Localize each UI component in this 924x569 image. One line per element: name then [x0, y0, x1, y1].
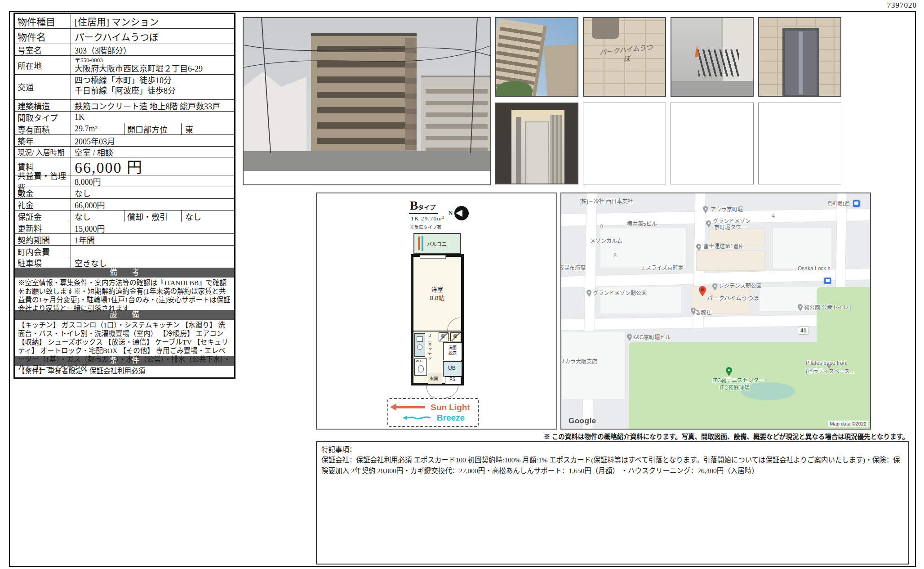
table-row: 保証金 なし 償却・敷引 なし	[15, 210, 234, 222]
row-value: なし	[71, 187, 234, 198]
route-badge-41: 41	[798, 327, 809, 335]
map-label: レジデンス靭公園	[719, 282, 762, 289]
row-label-2: 償却・敷引	[124, 211, 182, 222]
washroom-label-line2: 脱衣	[444, 350, 462, 356]
conditions-text: 【条件】 単身者限定・保証会社利用必須	[15, 366, 234, 377]
row-value: 29.7m²	[71, 123, 124, 134]
map-label-park-poi: ITC靭テニスセンター・	[712, 376, 769, 384]
map-pin-icon	[586, 290, 591, 295]
sunlight-label: Sun Light	[431, 403, 470, 412]
disclaimer-note: ※ この資料は物件の概略紹介資料になります。写真、間取図面、設備、概要などが現況…	[494, 431, 909, 441]
table-row: 敷金なし	[15, 187, 234, 198]
photo-placeholder-empty	[583, 103, 666, 184]
row-value: 2005年03月	[71, 135, 234, 146]
floor-plan-panel: Bタイプ 1K 29.70m² ※反転タイプ有 N バルコニー 洋室 8.8帖 …	[316, 193, 557, 430]
map-pin-icon	[627, 334, 632, 339]
table-row: 間取タイプ1K	[15, 111, 234, 123]
table-row: 町内会費	[15, 245, 234, 257]
map-label: 阪昆布海藻	[560, 264, 586, 271]
floorplan-spec: 1K 29.70m²	[409, 214, 481, 222]
map-data-attribution: Map data ©2022	[828, 421, 869, 427]
row-label: 現況/ 入居時期	[15, 147, 71, 157]
photo-power-lines	[244, 18, 491, 153]
row-label: 専有面積	[15, 123, 71, 134]
photo-elevator	[495, 103, 578, 184]
table-row: 建築構造鉄筋コンクリート造 地上8階 総戸数33戸	[15, 99, 234, 111]
row-value: 1K	[71, 112, 234, 123]
row-label: 物件名	[15, 29, 71, 44]
sunlight-arrow-icon	[396, 406, 425, 408]
row-value: 〒550-0003 大阪府大阪市西区京町堀２丁目6-29	[71, 56, 234, 74]
map-label: 靭公園 公衆トイレ1	[804, 303, 852, 311]
map-label: Pilates base Irori.	[806, 360, 848, 366]
map-pin-icon	[712, 283, 717, 288]
row-value: [住居用] マンション	[71, 14, 234, 28]
row-value: 空きなし	[71, 257, 234, 268]
floorplan-balcony: バルコニー	[413, 233, 461, 254]
document-number: 7397020	[887, 1, 917, 10]
table-row: 契約期間1年間	[15, 233, 234, 245]
door-swing-arc	[426, 385, 440, 399]
row-label: 号室名	[15, 44, 71, 55]
photo-placeholder-empty	[758, 103, 841, 184]
room-label-line1: 洋室	[413, 285, 461, 294]
floorplan-flip-note: ※反転タイプ有	[409, 222, 481, 230]
table-row: 専有面積 29.7m² 開口部方位 東	[15, 123, 234, 134]
map-label: アウラ京町堀	[711, 205, 743, 213]
map-label: K&G京町堀ビル	[632, 333, 671, 341]
table-row: 物件種目[住居用] マンション	[15, 14, 234, 28]
row-value: 303（3階部分）	[71, 44, 234, 55]
row-value: 鉄筋コンクリート造 地上8階 総戸数33戸	[71, 100, 234, 111]
table-row: 交通 四つ橋線「本町」徒歩10分 千日前線「阿波座」徒歩8分	[15, 74, 234, 99]
map-label: 弘豚社	[695, 309, 711, 316]
row-label: 更新料	[15, 222, 71, 233]
section-header-remarks: 備 考	[15, 268, 234, 278]
row-value: パークハイムうつぼ	[71, 29, 234, 44]
map-label: リカラ大阪支店	[560, 357, 597, 365]
map-label: (ピラティスペース…	[806, 367, 855, 375]
transit-station-icon	[853, 200, 860, 207]
map-label: グランドメゾン靭公園	[593, 289, 647, 296]
map-pin-icon	[798, 304, 803, 309]
map-pin-icon	[703, 206, 708, 211]
address-line: 大阪府大阪市西区京町堀２丁目6-29	[75, 64, 231, 74]
postal-code: 〒550-0003	[75, 57, 231, 64]
table-row: 号室名303（3階部分）	[15, 44, 234, 55]
row-value-2: なし	[182, 211, 234, 222]
google-logo: Google	[569, 417, 596, 426]
table-row: 物件名パークハイムうつぼ	[15, 28, 234, 44]
map-building-block	[600, 228, 686, 268]
map-building-block	[773, 228, 832, 269]
unit-bath-label: UB	[448, 365, 456, 371]
map-label: エスライズ京町堀	[640, 264, 684, 271]
row-label: 保証金	[15, 211, 71, 222]
photo-building-exterior-main	[243, 17, 491, 185]
map-label: 京町堀1西	[827, 200, 850, 207]
map-label: 富士運送第1倉庫	[703, 242, 744, 250]
row-value: 四つ橋線「本町」徒歩10分 千日前線「阿波座」徒歩8分	[71, 75, 234, 99]
row-value: 1年間	[71, 234, 234, 245]
access-line-1: 四つ橋線「本町」徒歩10分	[75, 76, 231, 86]
row-label: 契約期間	[15, 234, 71, 245]
sunlight-breeze-legend: Sun Light Breeze	[387, 398, 479, 427]
map-label: 横井第5ビル	[627, 220, 657, 227]
remarks-text: ※空室情報・募集条件・案内方法等の確認は『ITANDI BB』で確認をお願い致し…	[15, 278, 234, 310]
transit-station-icon	[824, 277, 831, 285]
room-label-line2: 8.8帖	[413, 293, 461, 302]
map-label-park-poi: ITC靭庭球場	[720, 383, 750, 391]
photo-entrance-door	[758, 17, 841, 97]
pipe-space-label: PS	[449, 377, 455, 382]
map-pin-property-red	[699, 286, 706, 293]
map-building-block	[561, 331, 625, 399]
photo-letterbox	[244, 171, 491, 185]
map-block-number: 4	[772, 212, 775, 219]
map-pin-icon	[706, 220, 711, 225]
table-row: 更新料15,000円	[15, 222, 234, 233]
photo-placeholder-empty	[671, 103, 754, 184]
door-swing-arc	[446, 385, 458, 398]
floorplan-service-zone: ミニキッチン 収 収 洗面 脱衣 W.C UB 玄関 PS	[411, 331, 464, 385]
row-label: 築年	[15, 135, 71, 146]
map-label: メゾンカルム	[590, 237, 622, 244]
floorplan-type-suffix: タイプ	[418, 204, 435, 211]
map-park-utsubo	[817, 287, 871, 350]
